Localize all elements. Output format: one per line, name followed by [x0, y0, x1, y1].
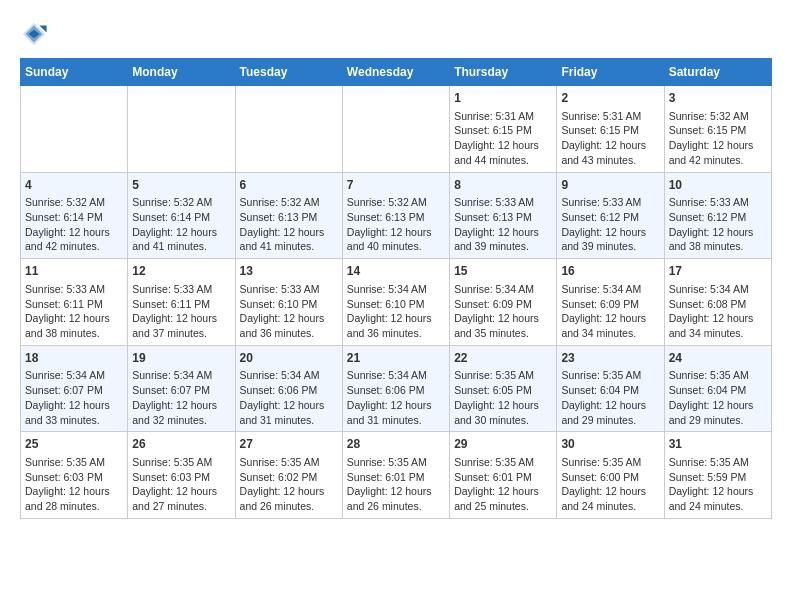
sunrise-text: Sunrise: 5:32 AM: [347, 195, 445, 210]
calendar-cell: 4Sunrise: 5:32 AMSunset: 6:14 PMDaylight…: [21, 172, 128, 259]
calendar-week-1: 1Sunrise: 5:31 AMSunset: 6:15 PMDaylight…: [21, 86, 772, 173]
calendar-cell: 18Sunrise: 5:34 AMSunset: 6:07 PMDayligh…: [21, 345, 128, 432]
day-number: 8: [454, 177, 552, 194]
day-number: 27: [240, 436, 338, 453]
daylight-text: Daylight: 12 hours and 42 minutes.: [25, 225, 123, 254]
sunset-text: Sunset: 6:05 PM: [454, 383, 552, 398]
sunrise-text: Sunrise: 5:34 AM: [347, 368, 445, 383]
header-thursday: Thursday: [450, 59, 557, 86]
calendar-cell: 15Sunrise: 5:34 AMSunset: 6:09 PMDayligh…: [450, 259, 557, 346]
day-number: 29: [454, 436, 552, 453]
sunrise-text: Sunrise: 5:35 AM: [240, 455, 338, 470]
day-number: 24: [669, 350, 767, 367]
calendar-cell: 22Sunrise: 5:35 AMSunset: 6:05 PMDayligh…: [450, 345, 557, 432]
calendar-cell: 28Sunrise: 5:35 AMSunset: 6:01 PMDayligh…: [342, 432, 449, 519]
sunset-text: Sunset: 6:13 PM: [347, 210, 445, 225]
sunset-text: Sunset: 6:15 PM: [561, 123, 659, 138]
daylight-text: Daylight: 12 hours and 39 minutes.: [454, 225, 552, 254]
sunrise-text: Sunrise: 5:34 AM: [454, 282, 552, 297]
sunrise-text: Sunrise: 5:32 AM: [669, 109, 767, 124]
day-number: 25: [25, 436, 123, 453]
calendar-cell: 19Sunrise: 5:34 AMSunset: 6:07 PMDayligh…: [128, 345, 235, 432]
daylight-text: Daylight: 12 hours and 30 minutes.: [454, 398, 552, 427]
day-number: 6: [240, 177, 338, 194]
calendar-cell: 24Sunrise: 5:35 AMSunset: 6:04 PMDayligh…: [664, 345, 771, 432]
day-number: 30: [561, 436, 659, 453]
calendar-cell: 11Sunrise: 5:33 AMSunset: 6:11 PMDayligh…: [21, 259, 128, 346]
calendar-week-2: 4Sunrise: 5:32 AMSunset: 6:14 PMDaylight…: [21, 172, 772, 259]
day-number: 15: [454, 263, 552, 280]
sunset-text: Sunset: 6:15 PM: [669, 123, 767, 138]
sunset-text: Sunset: 6:08 PM: [669, 297, 767, 312]
sunset-text: Sunset: 6:09 PM: [561, 297, 659, 312]
daylight-text: Daylight: 12 hours and 27 minutes.: [132, 484, 230, 513]
calendar-week-3: 11Sunrise: 5:33 AMSunset: 6:11 PMDayligh…: [21, 259, 772, 346]
calendar-cell: [128, 86, 235, 173]
sunrise-text: Sunrise: 5:33 AM: [561, 195, 659, 210]
sunset-text: Sunset: 6:07 PM: [132, 383, 230, 398]
sunrise-text: Sunrise: 5:34 AM: [561, 282, 659, 297]
sunset-text: Sunset: 5:59 PM: [669, 470, 767, 485]
daylight-text: Daylight: 12 hours and 24 minutes.: [669, 484, 767, 513]
day-number: 19: [132, 350, 230, 367]
calendar-cell: [21, 86, 128, 173]
calendar-cell: 16Sunrise: 5:34 AMSunset: 6:09 PMDayligh…: [557, 259, 664, 346]
sunset-text: Sunset: 6:13 PM: [454, 210, 552, 225]
sunset-text: Sunset: 6:12 PM: [669, 210, 767, 225]
daylight-text: Daylight: 12 hours and 29 minutes.: [669, 398, 767, 427]
sunset-text: Sunset: 6:10 PM: [240, 297, 338, 312]
day-number: 11: [25, 263, 123, 280]
daylight-text: Daylight: 12 hours and 41 minutes.: [240, 225, 338, 254]
logo: [20, 20, 52, 48]
sunrise-text: Sunrise: 5:31 AM: [561, 109, 659, 124]
daylight-text: Daylight: 12 hours and 37 minutes.: [132, 311, 230, 340]
daylight-text: Daylight: 12 hours and 29 minutes.: [561, 398, 659, 427]
day-number: 18: [25, 350, 123, 367]
day-number: 2: [561, 90, 659, 107]
sunrise-text: Sunrise: 5:32 AM: [25, 195, 123, 210]
sunrise-text: Sunrise: 5:35 AM: [132, 455, 230, 470]
day-number: 22: [454, 350, 552, 367]
sunrise-text: Sunrise: 5:34 AM: [347, 282, 445, 297]
daylight-text: Daylight: 12 hours and 34 minutes.: [669, 311, 767, 340]
sunrise-text: Sunrise: 5:35 AM: [669, 455, 767, 470]
daylight-text: Daylight: 12 hours and 44 minutes.: [454, 138, 552, 167]
sunrise-text: Sunrise: 5:33 AM: [669, 195, 767, 210]
header-row: SundayMondayTuesdayWednesdayThursdayFrid…: [21, 59, 772, 86]
day-number: 14: [347, 263, 445, 280]
daylight-text: Daylight: 12 hours and 36 minutes.: [347, 311, 445, 340]
calendar-week-5: 25Sunrise: 5:35 AMSunset: 6:03 PMDayligh…: [21, 432, 772, 519]
header-friday: Friday: [557, 59, 664, 86]
calendar-cell: 20Sunrise: 5:34 AMSunset: 6:06 PMDayligh…: [235, 345, 342, 432]
header-monday: Monday: [128, 59, 235, 86]
sunset-text: Sunset: 6:06 PM: [240, 383, 338, 398]
daylight-text: Daylight: 12 hours and 41 minutes.: [132, 225, 230, 254]
daylight-text: Daylight: 12 hours and 42 minutes.: [669, 138, 767, 167]
day-number: 10: [669, 177, 767, 194]
daylight-text: Daylight: 12 hours and 28 minutes.: [25, 484, 123, 513]
calendar-cell: 23Sunrise: 5:35 AMSunset: 6:04 PMDayligh…: [557, 345, 664, 432]
sunrise-text: Sunrise: 5:35 AM: [669, 368, 767, 383]
sunrise-text: Sunrise: 5:35 AM: [25, 455, 123, 470]
sunset-text: Sunset: 6:04 PM: [669, 383, 767, 398]
calendar-cell: 26Sunrise: 5:35 AMSunset: 6:03 PMDayligh…: [128, 432, 235, 519]
daylight-text: Daylight: 12 hours and 43 minutes.: [561, 138, 659, 167]
sunset-text: Sunset: 6:00 PM: [561, 470, 659, 485]
sunrise-text: Sunrise: 5:34 AM: [240, 368, 338, 383]
calendar-cell: 31Sunrise: 5:35 AMSunset: 5:59 PMDayligh…: [664, 432, 771, 519]
day-number: 16: [561, 263, 659, 280]
sunset-text: Sunset: 6:01 PM: [454, 470, 552, 485]
sunset-text: Sunset: 6:04 PM: [561, 383, 659, 398]
sunrise-text: Sunrise: 5:35 AM: [561, 455, 659, 470]
day-number: 7: [347, 177, 445, 194]
sunset-text: Sunset: 6:06 PM: [347, 383, 445, 398]
calendar-cell: 7Sunrise: 5:32 AMSunset: 6:13 PMDaylight…: [342, 172, 449, 259]
day-number: 4: [25, 177, 123, 194]
daylight-text: Daylight: 12 hours and 24 minutes.: [561, 484, 659, 513]
daylight-text: Daylight: 12 hours and 33 minutes.: [25, 398, 123, 427]
sunrise-text: Sunrise: 5:33 AM: [240, 282, 338, 297]
sunset-text: Sunset: 6:01 PM: [347, 470, 445, 485]
sunrise-text: Sunrise: 5:34 AM: [25, 368, 123, 383]
header-tuesday: Tuesday: [235, 59, 342, 86]
sunrise-text: Sunrise: 5:35 AM: [561, 368, 659, 383]
